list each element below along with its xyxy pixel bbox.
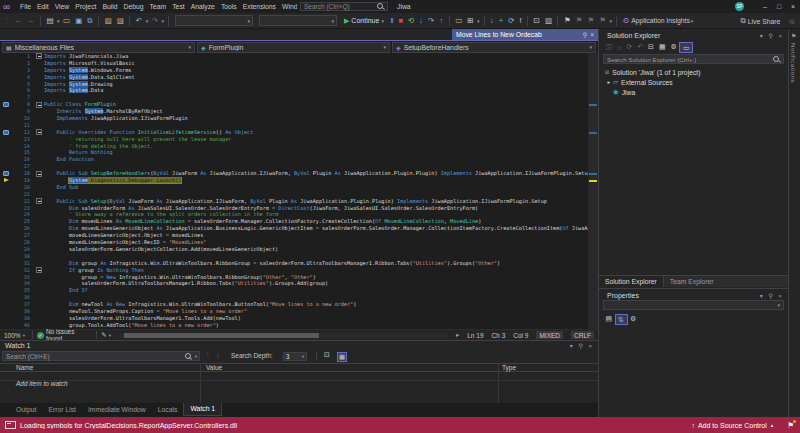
add-item-icon[interactable]: +: [496, 13, 505, 28]
notifications-icon[interactable]: ⚑: [791, 32, 796, 39]
indent-mode-indicator[interactable]: MIXED: [536, 331, 563, 339]
alphabetical-icon[interactable]: ⇅: [615, 314, 628, 325]
code-line[interactable]: 9 Inherits System.MarshalByRefObject: [0, 108, 588, 115]
solution-platforms-combo[interactable]: ▾: [259, 15, 337, 26]
refresh-icon[interactable]: ⟳: [506, 13, 517, 28]
property-pages-icon[interactable]: ⚙: [628, 315, 639, 323]
nav-back-icon[interactable]: ←: [12, 13, 25, 28]
chevron-down-icon[interactable]: ▾: [608, 18, 613, 24]
panel-tab-output[interactable]: Output: [10, 403, 42, 416]
edit-actions-icon[interactable]: ✎: [101, 331, 106, 339]
bookmark-marker-icon[interactable]: [3, 171, 9, 176]
code-line[interactable]: 38 newTool.SharedProps.Caption = "Move l…: [0, 308, 588, 315]
solution-explorer-search[interactable]: Search Solution Explorer (Ctrl+;): [603, 54, 784, 64]
nav-forward-icon[interactable]: →: [25, 13, 38, 28]
undo-icon[interactable]: ↶: [133, 13, 144, 28]
code-line[interactable]: 17: [0, 163, 588, 170]
properties-object-combo[interactable]: ▾: [603, 300, 784, 310]
code-line[interactable]: 34 salesOrderForm.UltraToolbarsManager1.…: [0, 280, 588, 287]
application-insights-button[interactable]: ⊙Application Insights▾: [623, 16, 694, 25]
minimize-button[interactable]: –: [758, 0, 772, 13]
watch-search-input[interactable]: Search (Ctrl+E) ▾: [2, 351, 200, 361]
code-line[interactable]: 24 ' Store away a reference to the split…: [0, 211, 588, 218]
run-tests-icon[interactable]: !: [517, 13, 524, 28]
menu-extensions[interactable]: Extensions: [240, 0, 279, 13]
code-line[interactable]: 39 salesOrderForm.UltraToolbarsManager1.…: [0, 315, 588, 322]
menu-debug[interactable]: Debug: [121, 0, 147, 13]
caret-map-icon[interactable]: ⊡: [531, 13, 542, 28]
bookmark-marker-icon[interactable]: [3, 102, 9, 107]
code-line[interactable]: 35 End If: [0, 287, 588, 294]
code-line[interactable]: 23 Dim salesOrderForm As JiwaSalesUI.Sal…: [0, 205, 588, 212]
code-line[interactable]: 28 movedLinesGenericObject.RecID = "Move…: [0, 239, 588, 246]
notifications-label[interactable]: Notifications: [790, 43, 797, 83]
collapse-all-icon[interactable]: ⊟: [646, 43, 657, 51]
live-share-button[interactable]: Live Share: [748, 18, 781, 25]
editor-horizontal-scrollbar[interactable]: [118, 333, 448, 338]
menu-file[interactable]: File: [17, 0, 34, 13]
next-bookmark-icon[interactable]: ⚑: [585, 13, 597, 28]
code-line[interactable]: 10 Implements JiwaApplication.IJiwaFormP…: [0, 115, 588, 122]
chevron-down-icon[interactable]: ▾: [160, 18, 165, 24]
pending-changes-filter-icon[interactable]: ↶: [635, 43, 646, 51]
code-line[interactable]: 5Imports System.Drawing: [0, 81, 588, 88]
categorized-icon[interactable]: ▤: [603, 315, 615, 323]
code-line[interactable]: 11: [0, 122, 588, 129]
redo-icon[interactable]: ↷: [149, 13, 160, 28]
code-line[interactable]: 7: [0, 94, 588, 101]
watch-panel-header-icons[interactable]: ▾ ⚲ ×: [570, 342, 594, 349]
fold-collapse-icon[interactable]: [36, 102, 42, 108]
code-editor[interactable]: 1Imports JiwaFinancials.Jiwa2Imports Mic…: [0, 53, 588, 329]
menu-build[interactable]: Build: [99, 0, 120, 13]
fold-collapse-icon[interactable]: [36, 129, 42, 135]
add-to-source-control-button[interactable]: Add to Source Control: [698, 422, 767, 429]
collapse-rows-icon[interactable]: ▦: [337, 352, 347, 362]
code-line[interactable]: 20 End Sub: [0, 184, 588, 191]
tree-item-jiwa[interactable]: ◉Jiwa: [599, 87, 788, 97]
code-line[interactable]: 14 ' from deleting the Object.: [0, 143, 588, 150]
maximize-button[interactable]: □: [772, 0, 786, 13]
menu-test[interactable]: Test: [169, 0, 187, 13]
code-line[interactable]: 12 Public Overrides Function InitializeL…: [0, 129, 588, 136]
panel-tab-locals[interactable]: Locals: [152, 403, 184, 416]
step-into-icon[interactable]: ↓: [417, 13, 426, 28]
menu-view[interactable]: View: [52, 0, 73, 13]
code-line[interactable]: 37 Dim newTool As New Infragistics.Win.U…: [0, 301, 588, 308]
code-line[interactable]: 3Imports System.Windows.Forms: [0, 67, 588, 74]
code-line[interactable]: 21: [0, 191, 588, 198]
code-line[interactable]: 27 movedLinesGenericObject.Object = move…: [0, 232, 588, 239]
tree-expander-icon[interactable]: ▸: [605, 79, 613, 85]
watch-col-type[interactable]: Type: [502, 364, 516, 372]
download-icon[interactable]: ↓: [488, 13, 497, 28]
sync-with-active-document-icon[interactable]: ◫: [603, 43, 615, 51]
notifications-bell-icon[interactable]: ⚑: [787, 421, 794, 430]
continue-button[interactable]: ▶Continue▾: [344, 17, 384, 25]
watch-col-name[interactable]: Name: [16, 364, 33, 372]
code-line[interactable]: 26 Dim movedLinesGenericObject As JiwaAp…: [0, 225, 588, 232]
code-line[interactable]: 32 If group Is Nothing Then: [0, 267, 588, 274]
save-icon[interactable]: ▣: [73, 13, 85, 28]
panel-tab-immediate-window[interactable]: Immediate Window: [82, 403, 152, 416]
feedback-icon[interactable]: ☺: [788, 17, 796, 26]
watch-col-value[interactable]: Value: [206, 364, 222, 372]
code-line[interactable]: 2Imports Microsoft.VisualBasic: [0, 60, 588, 67]
type-dropdown[interactable]: ◈ FormPlugin ▾: [197, 42, 390, 53]
code-line[interactable]: 29 salesOrderForm.GenericObjectCollectio…: [0, 246, 588, 253]
restart-icon[interactable]: ⟲: [406, 13, 417, 28]
member-dropdown[interactable]: ◈ SetupBeforeHandlers ▾: [392, 42, 596, 53]
right-panel-tab-team-explorer[interactable]: Team Explorer: [664, 276, 720, 287]
code-line[interactable]: 36: [0, 294, 588, 301]
code-line[interactable]: 30: [0, 253, 588, 260]
panel-tab-error-list[interactable]: Error List: [42, 403, 82, 416]
user-avatar[interactable]: SP: [735, 2, 744, 11]
menu-tools[interactable]: Tools: [218, 0, 240, 13]
prev-bookmark-icon[interactable]: ⚑: [573, 13, 585, 28]
show-all-files-icon[interactable]: ▦: [656, 43, 668, 51]
fold-collapse-icon[interactable]: [36, 267, 42, 273]
watch-add-item-row[interactable]: Add item to watch: [0, 372, 598, 381]
tree-item-solution-jiwa-1-of-1-project[interactable]: ⧈Solution 'Jiwa' (1 of 1 project): [599, 67, 788, 77]
search-depth-select[interactable]: 3 ▾: [283, 352, 307, 361]
code-line[interactable]: 1Imports JiwaFinancials.Jiwa: [0, 53, 588, 60]
code-line[interactable]: 19 System.Diagnostics.Debugger.Launch(): [0, 177, 588, 184]
new-file-icon[interactable]: ▤: [44, 13, 56, 28]
